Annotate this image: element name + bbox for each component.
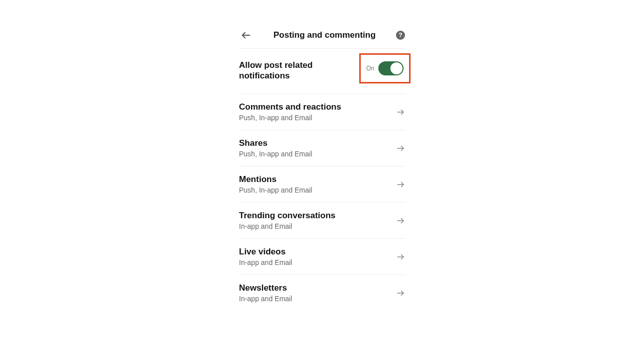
header: Posting and commenting ? (239, 25, 405, 49)
help-button[interactable]: ? (396, 31, 405, 40)
setting-subtitle: In-app and Email (239, 222, 336, 230)
setting-row[interactable]: Comments and reactionsPush, In-app and E… (239, 94, 405, 130)
setting-row[interactable]: Trending conversationsIn-app and Email (239, 203, 405, 239)
setting-text: MentionsPush, In-app and Email (239, 174, 312, 194)
arrow-right-icon (396, 144, 405, 153)
page-title: Posting and commenting (253, 30, 396, 40)
master-toggle-row: Allow post related notifications On (239, 49, 405, 94)
settings-list: Comments and reactionsPush, In-app and E… (239, 94, 405, 311)
arrow-left-icon (240, 30, 252, 41)
setting-title: Live videos (239, 247, 292, 257)
back-button[interactable] (239, 28, 253, 42)
setting-title: Shares (239, 138, 312, 148)
question-icon: ? (398, 32, 402, 39)
setting-subtitle: Push, In-app and Email (239, 186, 312, 194)
setting-title: Comments and reactions (239, 102, 341, 112)
settings-panel: Posting and commenting ? Allow post rela… (239, 25, 405, 362)
toggle-knob (390, 62, 403, 74)
arrow-right-icon (396, 216, 405, 225)
highlight-box: On (359, 53, 411, 83)
setting-subtitle: Push, In-app and Email (239, 150, 312, 158)
arrow-right-icon (396, 180, 405, 189)
setting-subtitle: Push, In-app and Email (239, 114, 341, 122)
setting-row[interactable]: NewslettersIn-app and Email (239, 275, 405, 311)
setting-text: SharesPush, In-app and Email (239, 138, 312, 158)
setting-text: Trending conversationsIn-app and Email (239, 211, 336, 230)
setting-text: NewslettersIn-app and Email (239, 283, 292, 303)
setting-text: Comments and reactionsPush, In-app and E… (239, 102, 341, 122)
setting-row[interactable]: Live videosIn-app and Email (239, 239, 405, 275)
toggle-state-label: On (366, 65, 374, 72)
setting-title: Newsletters (239, 283, 292, 293)
allow-notifications-toggle[interactable] (378, 61, 404, 75)
master-toggle-label: Allow post related notifications (239, 60, 325, 81)
setting-title: Mentions (239, 174, 312, 185)
arrow-right-icon (396, 108, 405, 117)
setting-text: Live videosIn-app and Email (239, 247, 292, 266)
setting-subtitle: In-app and Email (239, 258, 292, 266)
setting-subtitle: In-app and Email (239, 295, 292, 303)
setting-title: Trending conversations (239, 211, 336, 221)
setting-row[interactable]: SharesPush, In-app and Email (239, 130, 405, 166)
setting-row[interactable]: MentionsPush, In-app and Email (239, 166, 405, 203)
arrow-right-icon (396, 289, 405, 298)
arrow-right-icon (396, 252, 405, 261)
